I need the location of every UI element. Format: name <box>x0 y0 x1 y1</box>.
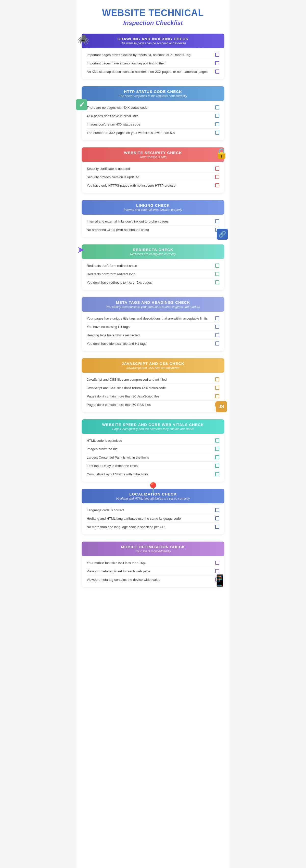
checkbox[interactable] <box>215 508 219 512</box>
checkbox[interactable] <box>215 53 219 57</box>
section-items-localization: Language code is correctHreflang and HTM… <box>82 503 224 534</box>
checkbox[interactable] <box>215 69 219 73</box>
js-icon: JS <box>216 401 227 412</box>
list-item: Pages don't contain more than 30 JavaScr… <box>87 392 219 401</box>
list-item: Security certificate is updated <box>87 164 219 173</box>
item-text: No more than one language code is specif… <box>87 525 215 529</box>
list-item: The number of 3XX pages on your website … <box>87 129 219 137</box>
item-text: Hreflang and HTML lang attributes use th… <box>87 517 215 521</box>
item-text: Viewport meta tag is set for each web pa… <box>87 569 215 573</box>
list-item: HTML code is optimized <box>87 436 219 445</box>
checkbox[interactable] <box>215 464 219 468</box>
item-text: First Input Delay is within the limits <box>87 464 215 468</box>
checkbox[interactable] <box>215 105 219 110</box>
section-items-http: There are no pages with 4XX status code4… <box>82 101 224 140</box>
checkbox[interactable] <box>215 341 219 345</box>
item-text: Your pages have unique title tags and de… <box>87 316 215 320</box>
checkbox[interactable] <box>215 561 219 565</box>
section-header-speed: WEBSITE SPEED AND CORE WEB VITALS CHECKP… <box>82 420 224 434</box>
list-item: Language code is correct <box>87 506 219 514</box>
checkbox[interactable] <box>215 333 219 337</box>
list-item: First Input Delay is within the limits <box>87 462 219 470</box>
list-item: Redirects don't form redirect chain <box>87 261 219 270</box>
list-item: You have no missing H1 tags <box>87 322 219 331</box>
list-item: Important pages have a canonical tag poi… <box>87 59 219 67</box>
section-header-crawling: CRAWLING AND INDEXING CHECKThe website p… <box>82 34 224 48</box>
section-items-mobile: Your mobile font size isn't less than 16… <box>82 556 224 587</box>
item-text: JavaScript and CSS files are compressed … <box>87 378 215 381</box>
section-title-mobile: MOBILE OPTIMIZATION CHECK <box>87 545 219 549</box>
list-item: Your mobile font size isn't less than 16… <box>87 559 219 567</box>
checkbox[interactable] <box>215 264 219 268</box>
item-text: Important pages have a canonical tag poi… <box>87 61 215 65</box>
list-item: Your pages have unique title tags and de… <box>87 314 219 322</box>
section-header-metatags: META TAGS AND HEADINGS CHECKYou clearly … <box>82 297 224 312</box>
item-text: Pages don't contain more than 30 JavaScr… <box>87 394 215 398</box>
section-linking: LINKING CHECKInternal and external links… <box>82 200 224 237</box>
list-item: Largest Contentful Paint is within the l… <box>87 453 219 462</box>
list-item: Heading tags hierarchy is respected <box>87 331 219 339</box>
section-items-speed: HTML code is optimizedImages aren't too … <box>82 434 224 482</box>
section-header-http: HTTP STATUS CODE CHECKThe server respond… <box>82 86 224 101</box>
section-sub-crawling: The website pages can be scanned and ind… <box>87 41 219 45</box>
checkbox[interactable] <box>215 447 219 451</box>
checkbox[interactable] <box>215 525 219 529</box>
checkbox[interactable] <box>215 114 219 118</box>
checkbox[interactable] <box>215 377 219 381</box>
section-title-crawling: CRAWLING AND INDEXING CHECK <box>87 37 219 41</box>
checkbox[interactable] <box>215 472 219 476</box>
section-items-linking: Internal and external links don't link o… <box>82 215 224 237</box>
section-title-metatags: META TAGS AND HEADINGS CHECK <box>87 300 219 305</box>
item-text: You don't have redirects to 4xx or 5xx p… <box>87 281 215 284</box>
list-item: Security protocol version is updated <box>87 173 219 181</box>
item-text: Internal and external links don't link o… <box>87 219 215 223</box>
item-text: HTML code is optimized <box>87 439 215 442</box>
checkbox[interactable] <box>215 516 219 521</box>
section-header-javascript: JAVASCRIPT AND CSS CHECKJavaScript and C… <box>82 358 224 373</box>
checkbox[interactable] <box>215 438 219 442</box>
item-text: There are no pages with 4XX status code <box>87 106 215 110</box>
spider-icon: 🕷️ <box>77 34 90 45</box>
checkbox[interactable] <box>215 122 219 126</box>
checkbox[interactable] <box>215 183 219 187</box>
lock-icon: 🔒 <box>215 148 228 159</box>
section-title-security: WEBSITE SECURITY CHECK <box>87 151 219 155</box>
item-text: Viewport meta tag contains the device-wi… <box>87 578 215 582</box>
checkbox[interactable] <box>215 272 219 276</box>
checkbox[interactable] <box>215 131 219 135</box>
checkbox[interactable] <box>215 280 219 284</box>
section-speed: WEBSITE SPEED AND CORE WEB VITALS CHECKP… <box>82 420 224 482</box>
item-text: Redirects don't form redirect loop <box>87 272 215 276</box>
checkbox[interactable] <box>215 316 219 320</box>
checkbox[interactable] <box>215 175 219 179</box>
list-item: You don't have redirects to 4xx or 5xx p… <box>87 278 219 286</box>
checkbox[interactable] <box>215 455 219 459</box>
section-title-http: HTTP STATUS CODE CHECK <box>87 89 219 94</box>
section-title-speed: WEBSITE SPEED AND CORE WEB VITALS CHECK <box>87 423 219 427</box>
item-text: The number of 3XX pages on your website … <box>87 131 215 135</box>
list-item: Hreflang and HTML lang attributes use th… <box>87 514 219 523</box>
list-item: Viewport meta tag contains the device-wi… <box>87 576 219 584</box>
list-item: Important pages aren't blocked by robots… <box>87 51 219 59</box>
list-item: No more than one language code is specif… <box>87 523 219 531</box>
checkbox[interactable] <box>215 166 219 170</box>
item-text: You have no missing H1 tags <box>87 325 215 329</box>
checkbox[interactable] <box>215 219 219 223</box>
checkbox[interactable] <box>215 61 219 65</box>
section-sub-http: The server responds to the requests sent… <box>87 94 219 98</box>
item-text: Images aren't too big <box>87 447 215 451</box>
checkbox[interactable] <box>215 324 219 329</box>
section-sub-localization: Hreflang and HTML lang attributes are se… <box>87 497 219 500</box>
item-text: Security protocol version is updated <box>87 175 215 179</box>
section-header-security: WEBSITE SECURITY CHECKYour website is sa… <box>82 148 224 162</box>
section-sub-security: Your website is safe <box>87 155 219 159</box>
section-redirects: REDIRECTS CHECKRedirects are configured … <box>82 244 224 290</box>
arrow-icon: ➤ <box>77 244 85 255</box>
section-metatags: META TAGS AND HEADINGS CHECKYou clearly … <box>82 297 224 351</box>
checkbox[interactable] <box>215 569 219 573</box>
item-text: Language code is correct <box>87 508 215 512</box>
section-items-javascript: JavaScript and CSS files are compressed … <box>82 373 224 412</box>
item-text: You don't have identical title and H1 ta… <box>87 342 215 345</box>
checkbox[interactable] <box>215 394 219 398</box>
checkbox[interactable] <box>215 386 219 390</box>
